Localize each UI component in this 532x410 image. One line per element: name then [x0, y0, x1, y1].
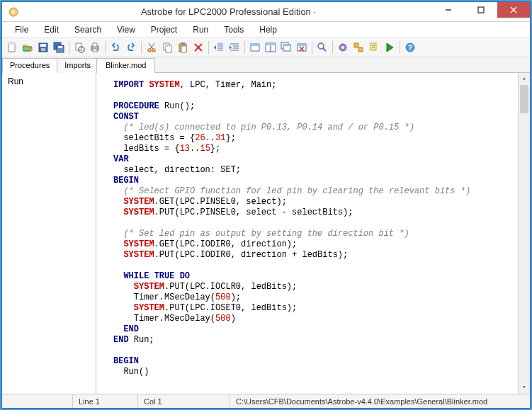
- code-line[interactable]: END Run;: [113, 335, 524, 346]
- link-icon[interactable]: [367, 40, 381, 55]
- menu-view[interactable]: View: [110, 23, 142, 36]
- svg-point-20: [152, 49, 155, 52]
- undo-icon[interactable]: [108, 40, 123, 55]
- work-area: Procedures Imports Run Blinker.mod IMPOR…: [2, 57, 530, 394]
- editor-panel: Blinker.mod IMPORT SYSTEM, LPC, Timer, M…: [96, 57, 530, 394]
- code-line[interactable]: ledBits = {13..15};: [113, 144, 524, 154]
- toolbar: ?: [2, 38, 530, 57]
- code-line[interactable]: [113, 91, 524, 101]
- menu-run[interactable]: Run: [186, 23, 215, 36]
- redo-icon[interactable]: [124, 40, 138, 55]
- toolbar-separator: [332, 41, 333, 54]
- code-line[interactable]: [113, 218, 524, 229]
- tab-imports[interactable]: Imports: [57, 58, 98, 73]
- toolbar-separator: [208, 41, 209, 54]
- code-line[interactable]: END: [113, 324, 524, 335]
- print-preview-icon[interactable]: [72, 40, 86, 55]
- menu-tools[interactable]: Tools: [217, 23, 251, 36]
- code-line[interactable]: Timer.MSecDelay(500);: [113, 292, 524, 303]
- svg-line-51: [323, 48, 326, 51]
- svg-rect-17: [93, 43, 97, 47]
- code-line[interactable]: [113, 261, 524, 271]
- code-line[interactable]: (* Set led pin as output by setting the …: [113, 229, 524, 239]
- window-tile-icon[interactable]: [264, 40, 278, 55]
- run-icon[interactable]: [383, 40, 397, 55]
- toolbar-separator: [244, 41, 245, 54]
- menu-file[interactable]: File: [8, 23, 35, 36]
- code-line[interactable]: WHILE TRUE DO: [113, 271, 524, 282]
- code-line[interactable]: SYSTEM.GET(LPC.PINSEL0, select);: [113, 197, 524, 207]
- procedures-list[interactable]: Run: [2, 73, 96, 394]
- minimize-button[interactable]: [432, 2, 465, 18]
- status-path: C:\Users\CFB\Documents\Astrobe-v4.4.0\Ex…: [230, 394, 530, 408]
- vertical-scrollbar[interactable]: ▴ ▾: [518, 73, 530, 394]
- menu-search[interactable]: Search: [67, 23, 108, 36]
- code-line[interactable]: SYSTEM.PUT(LPC.IOSET0, ledBits);: [113, 303, 524, 314]
- svg-rect-3: [478, 7, 484, 13]
- help-icon[interactable]: ?: [403, 40, 417, 55]
- code-editor[interactable]: IMPORT SYSTEM, LPC, Timer, Main; PROCEDU…: [96, 73, 530, 394]
- gear-icon[interactable]: [336, 40, 350, 55]
- status-bar: Line 1 Col 1 C:\Users\CFB\Documents\Astr…: [2, 394, 530, 408]
- scroll-down-icon[interactable]: ▾: [519, 382, 530, 394]
- code-line[interactable]: BEGIN: [113, 356, 524, 367]
- paste-icon[interactable]: [176, 40, 190, 55]
- status-line: Line 1: [73, 394, 138, 408]
- code-line[interactable]: BEGIN: [113, 176, 524, 186]
- save-all-icon[interactable]: [52, 40, 66, 55]
- maximize-button[interactable]: [465, 2, 497, 18]
- outdent-icon[interactable]: [212, 40, 226, 55]
- code-line[interactable]: VAR: [113, 154, 524, 165]
- toolbar-separator: [105, 41, 106, 54]
- code-line[interactable]: SYSTEM.GET(LPC.IODIR0, direction);: [113, 239, 524, 250]
- code-line[interactable]: SYSTEM.PUT(LPC.IODIR0, direction + ledBi…: [113, 250, 524, 261]
- indent-icon[interactable]: [227, 40, 242, 55]
- toolbar-separator: [312, 41, 312, 54]
- scroll-up-icon[interactable]: ▴: [519, 73, 530, 85]
- code-line[interactable]: CONST: [113, 112, 524, 123]
- svg-rect-26: [181, 42, 185, 45]
- window-new-icon[interactable]: [248, 40, 262, 55]
- svg-point-50: [318, 43, 324, 49]
- code-line[interactable]: SYSTEM.PUT(LPC.PINSEL0, select - selectB…: [113, 207, 524, 218]
- status-col: Col 1: [138, 394, 230, 408]
- side-panel-tabs: Procedures Imports: [2, 57, 96, 73]
- code-line[interactable]: [113, 346, 524, 356]
- title-bar[interactable]: Astrobe for LPC2000 Professional Edition…: [2, 2, 530, 22]
- svg-rect-47: [298, 44, 306, 46]
- close-button[interactable]: [497, 2, 530, 18]
- code-line[interactable]: Timer.MSecDelay(500): [113, 314, 524, 324]
- svg-rect-7: [9, 43, 15, 45]
- code-line[interactable]: (* led(s) connected to pin P0.13, P0.14 …: [113, 123, 524, 133]
- copy-icon[interactable]: [160, 40, 174, 55]
- delete-icon[interactable]: [191, 40, 205, 55]
- code-line[interactable]: select, direction: SET;: [113, 165, 524, 176]
- save-icon[interactable]: [36, 40, 50, 55]
- code-line[interactable]: selectBits = {26..31};: [113, 133, 524, 144]
- menu-help[interactable]: Help: [252, 23, 284, 36]
- code-line[interactable]: SYSTEM.PUT(LPC.IOCLR0, ledBits);: [113, 282, 524, 292]
- svg-rect-39: [251, 44, 259, 46]
- window-title: Astrobe for LPC2000 Professional Edition…: [25, 6, 432, 17]
- svg-rect-45: [283, 45, 290, 46]
- build-icon[interactable]: [351, 40, 366, 55]
- scroll-thumb[interactable]: [520, 85, 528, 113]
- editor-tab[interactable]: Blinker.mod: [96, 58, 155, 73]
- cut-icon[interactable]: [145, 40, 159, 55]
- tab-procedures[interactable]: Procedures: [2, 58, 57, 73]
- window-close-icon[interactable]: [295, 40, 309, 55]
- code-line[interactable]: Run(): [113, 367, 524, 377]
- new-file-icon[interactable]: [5, 40, 19, 55]
- print-icon[interactable]: [88, 40, 102, 55]
- menu-edit[interactable]: Edit: [37, 23, 66, 36]
- code-line[interactable]: IMPORT SYSTEM, LPC, Timer, Main;: [113, 80, 524, 91]
- list-item[interactable]: Run: [6, 76, 91, 87]
- window-cascade-icon[interactable]: [279, 40, 293, 55]
- svg-rect-10: [41, 48, 45, 51]
- find-icon[interactable]: [315, 40, 329, 55]
- menu-project[interactable]: Project: [144, 23, 184, 36]
- code-line[interactable]: (* Select GPIO function for led pin by c…: [113, 186, 524, 197]
- code-line[interactable]: PROCEDURE Run();: [113, 101, 524, 112]
- toolbar-separator: [141, 41, 142, 54]
- open-folder-icon[interactable]: [21, 40, 35, 55]
